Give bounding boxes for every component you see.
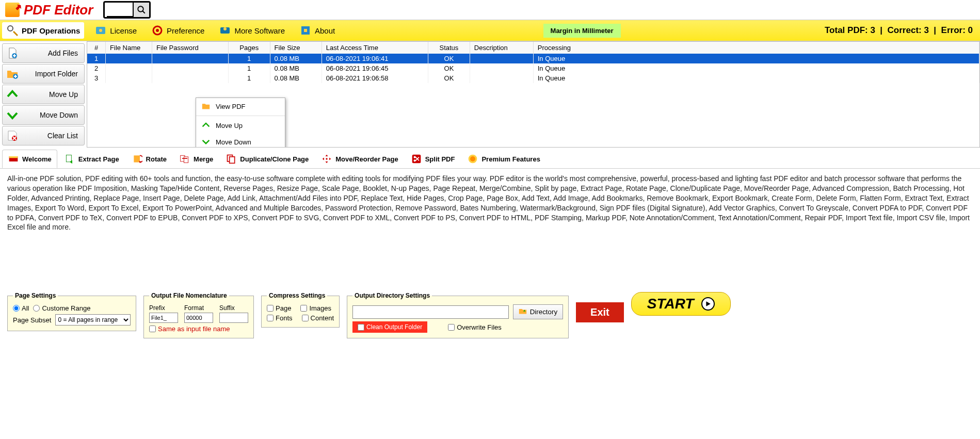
check-content[interactable]: Content: [302, 314, 334, 322]
about-icon: [299, 24, 312, 37]
split-icon: [411, 153, 422, 165]
col-status[interactable]: Status: [428, 42, 470, 54]
tab-preference[interactable]: Preference: [147, 22, 208, 39]
compress-legend: Compress Settings: [267, 292, 327, 299]
col-description[interactable]: Description: [470, 42, 533, 54]
col-num[interactable]: #: [87, 42, 106, 54]
tab-label: About: [315, 26, 335, 35]
move-down-button[interactable]: Move Down: [2, 105, 85, 125]
ltab-duplicate[interactable]: Duplicate/Clone Page: [220, 150, 314, 168]
app-title: PDF Editor: [24, 2, 93, 18]
arrow-up-icon: [201, 121, 211, 130]
tab-license[interactable]: License: [90, 22, 141, 39]
prefix-input[interactable]: [149, 313, 178, 323]
tab-label: More Software: [234, 26, 285, 35]
cm-move-up[interactable]: Move Up: [196, 117, 285, 134]
table-row[interactable]: 110.08 MB06-08-2021 19:06:41OKIn Queue: [87, 54, 979, 63]
svg-rect-25: [412, 155, 421, 164]
app-logo-icon: [5, 3, 20, 17]
rotate-icon: [132, 153, 143, 165]
svg-rect-10: [304, 29, 307, 32]
svg-rect-18: [66, 155, 71, 162]
page-subset-select[interactable]: 0 = All pages in range: [55, 314, 131, 326]
duplicate-icon: [226, 153, 237, 165]
exit-button[interactable]: Exit: [576, 302, 624, 322]
radio-all[interactable]: All: [13, 304, 29, 312]
premium-icon: [467, 153, 478, 165]
app-logo: PDF Editor: [5, 2, 93, 18]
cm-move-down[interactable]: Move Down: [196, 134, 285, 148]
svg-rect-17: [9, 156, 18, 158]
svg-point-26: [413, 156, 415, 158]
nomenclature-legend: Output File Nomenclature: [149, 292, 229, 299]
svg-point-29: [470, 156, 475, 161]
svg-point-6: [156, 29, 159, 32]
ltab-rotate[interactable]: Rotate: [126, 150, 172, 168]
cm-view-pdf[interactable]: View PDF: [196, 98, 285, 115]
svg-line-1: [143, 11, 146, 13]
start-button[interactable]: START: [631, 292, 731, 316]
page-subset-label: Page Subset: [13, 316, 51, 324]
add-files-button[interactable]: Add Files: [2, 43, 85, 63]
check-page[interactable]: Page: [267, 304, 291, 312]
col-lastaccess[interactable]: Last Access Time: [322, 42, 428, 54]
clean-output-button[interactable]: Clean Output Folder: [352, 321, 427, 333]
gear-wrench-icon: [6, 24, 19, 37]
tab-about[interactable]: About: [295, 22, 339, 39]
table-row[interactable]: 310.08 MB06-08-2021 19:06:58OKIn Queue: [87, 73, 979, 83]
format-input[interactable]: [184, 313, 213, 323]
same-as-input-check[interactable]: Same as input file name: [149, 325, 230, 333]
search-button[interactable]: [133, 3, 149, 17]
col-filesize[interactable]: File Size: [270, 42, 322, 54]
output-legend: Output Directory Settings: [352, 292, 432, 299]
svg-point-8: [223, 27, 227, 30]
col-filename[interactable]: File Name: [106, 42, 152, 54]
search-input[interactable]: [107, 3, 133, 17]
move-icon: [321, 153, 332, 165]
import-folder-button[interactable]: Import Folder: [2, 64, 85, 84]
extract-icon: [64, 153, 75, 165]
ltab-extract[interactable]: Extract Page: [58, 150, 125, 168]
file-plus-icon: [6, 46, 19, 60]
ltab-premium[interactable]: Premium Features: [461, 150, 545, 168]
overwrite-check[interactable]: Overwrite Files: [448, 323, 502, 331]
clear-list-button[interactable]: Clear List: [2, 126, 85, 145]
clean-output-check[interactable]: [358, 324, 364, 331]
check-fonts[interactable]: Fonts: [267, 314, 293, 322]
col-processing[interactable]: Processing: [533, 42, 979, 54]
tab-pdf-operations[interactable]: PDF Operations: [2, 22, 84, 39]
file-table[interactable]: # File Name File Password Pages File Siz…: [87, 41, 980, 148]
folder-icon: [201, 102, 211, 111]
folder-plus-icon: [6, 67, 19, 80]
license-icon: [94, 24, 107, 37]
radio-custom-range[interactable]: Custome Range: [33, 304, 90, 312]
tab-label: License: [110, 26, 137, 35]
software-icon: [219, 24, 231, 37]
welcome-icon: [8, 153, 19, 165]
output-dir-input[interactable]: [352, 305, 509, 319]
check-images[interactable]: Images: [300, 304, 331, 312]
col-pages[interactable]: Pages: [228, 42, 270, 54]
table-row[interactable]: 210.08 MB06-08-2021 19:06:45OKIn Queue: [87, 63, 979, 73]
merge-icon: [179, 153, 190, 165]
arrow-down-icon: [201, 137, 211, 147]
tab-label: Preference: [167, 26, 204, 35]
directory-button[interactable]: Directory: [513, 304, 563, 319]
page-settings-legend: Page Settings: [13, 292, 58, 299]
context-menu: View PDF Move Up Move Down Remove from l…: [196, 97, 285, 148]
suffix-input[interactable]: [219, 313, 248, 323]
move-up-button[interactable]: Move Up: [2, 85, 85, 104]
margin-badge: Margin in Millimeter: [543, 24, 621, 38]
play-icon: [701, 297, 715, 311]
svg-point-24: [326, 158, 328, 159]
tab-more-software[interactable]: More Software: [215, 22, 289, 39]
svg-rect-21: [184, 157, 188, 163]
ltab-welcome[interactable]: Welcome: [2, 150, 57, 168]
clear-icon: [6, 129, 19, 142]
col-password[interactable]: File Password: [152, 42, 229, 54]
ltab-merge[interactable]: Merge: [173, 150, 219, 168]
arrow-down-icon: [6, 108, 19, 122]
ltab-move[interactable]: Move/Reorder Page: [315, 150, 404, 168]
ltab-split[interactable]: Split PDF: [405, 150, 461, 168]
status-summary: Total PDF: 3 | Correct: 3 | Error: 0: [825, 25, 978, 36]
